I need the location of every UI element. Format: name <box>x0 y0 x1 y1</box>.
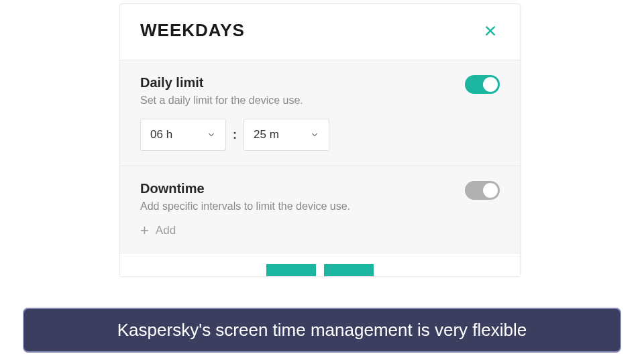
section-text: Downtime Add specific intervals to limit… <box>140 181 465 213</box>
daily-limit-title: Daily limit <box>140 75 465 90</box>
downtime-section: Downtime Add specific intervals to limit… <box>120 166 520 253</box>
downtime-desc: Add specific intervals to limit the devi… <box>140 200 465 213</box>
chevron-down-icon <box>310 130 319 139</box>
close-button[interactable] <box>481 21 500 40</box>
hours-value: 06 h <box>150 128 172 141</box>
minutes-value: 25 m <box>254 128 279 141</box>
section-text: Daily limit Set a daily limit for the de… <box>140 75 465 107</box>
caption-text: Kaspersky's screen time management is ve… <box>38 320 606 341</box>
toggle-knob <box>483 183 498 198</box>
caption-bar: Kaspersky's screen time management is ve… <box>23 308 621 353</box>
section-head: Downtime Add specific intervals to limit… <box>140 181 500 213</box>
downtime-toggle[interactable] <box>465 181 500 200</box>
primary-button-2[interactable] <box>324 264 374 276</box>
minutes-select[interactable]: 25 m <box>244 119 329 151</box>
add-label: Add <box>156 224 176 237</box>
close-icon <box>483 23 498 38</box>
daily-limit-toggle[interactable] <box>465 75 500 94</box>
dialog-footer <box>120 253 520 276</box>
dialog-title: WEEKDAYS <box>140 20 245 41</box>
section-head: Daily limit Set a daily limit for the de… <box>140 75 500 107</box>
chevron-down-icon <box>207 130 216 139</box>
dialog-header: WEEKDAYS <box>120 4 520 60</box>
weekdays-dialog: WEEKDAYS Daily limit Set a daily limit f… <box>119 3 521 277</box>
hours-select[interactable]: 06 h <box>140 119 226 151</box>
add-interval-button[interactable]: + Add <box>140 223 500 238</box>
daily-limit-desc: Set a daily limit for the device use. <box>140 95 465 107</box>
downtime-title: Downtime <box>140 181 465 196</box>
time-limit-row: 06 h : 25 m <box>140 119 500 151</box>
daily-limit-section: Daily limit Set a daily limit for the de… <box>120 60 520 166</box>
plus-icon: + <box>140 223 149 238</box>
time-separator: : <box>233 128 237 142</box>
toggle-knob <box>483 77 498 92</box>
primary-button-1[interactable] <box>266 264 316 276</box>
